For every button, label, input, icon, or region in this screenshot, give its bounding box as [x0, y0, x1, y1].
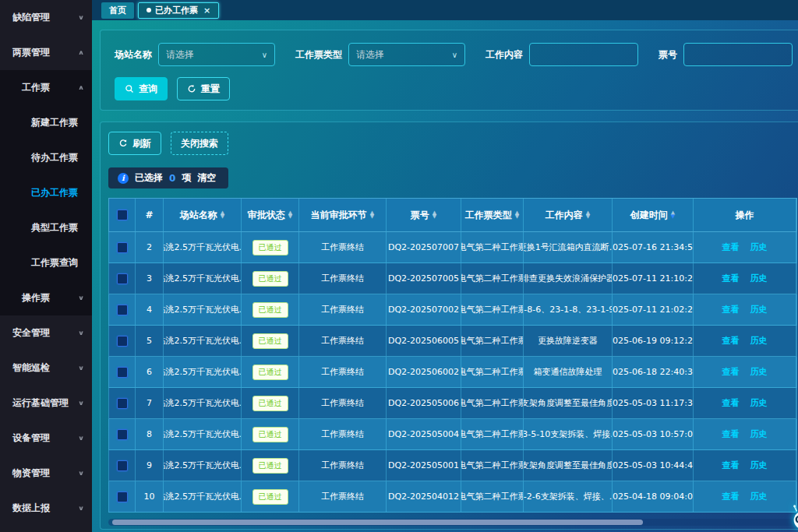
chevron-icon: ∧ — [78, 84, 84, 91]
sidebar-item-数据上报[interactable]: 数据上报 ∨ — [0, 491, 92, 526]
sort-icon[interactable]: ▲▼ — [671, 211, 675, 219]
sidebar-item-待办工作票[interactable]: 待办工作票 — [0, 140, 92, 175]
sidebar-item-设备管理[interactable]: 设备管理 ∨ — [0, 421, 92, 456]
sidebar-item-智能巡检[interactable]: 智能巡检 ∨ — [0, 351, 92, 386]
created-time-cell: 2025-06-18 22:40:36 — [613, 357, 694, 387]
assistant-robot-icon[interactable] — [789, 502, 798, 532]
view-link[interactable]: 查看 — [722, 273, 740, 284]
search-icon — [125, 84, 134, 93]
clear-selection-link[interactable]: 清空 — [197, 171, 216, 185]
sidebar-item-新建工作票[interactable]: 新建工作票 — [0, 105, 92, 140]
created-time-cell: 2025-07-11 21:10:27 — [613, 263, 694, 294]
history-link[interactable]: 历史 — [750, 491, 768, 502]
refresh-button[interactable]: 刷新 — [108, 132, 161, 155]
reset-button[interactable]: 重置 — [177, 77, 230, 100]
tab-done-work-tickets[interactable]: 已办工作票 × — [138, 2, 219, 19]
history-link[interactable]: 历史 — [750, 428, 768, 440]
view-link[interactable]: 查看 — [722, 366, 740, 378]
station-name-cell: 临洮2.5万千瓦光伏电... — [164, 326, 242, 356]
ticket-no-cell: DQ2-202505001 — [387, 450, 461, 481]
row-checkbox[interactable] — [117, 367, 128, 378]
sort-icon[interactable]: ▲▼ — [515, 211, 519, 219]
sort-icon[interactable]: ▲▼ — [586, 211, 590, 219]
sort-icon[interactable]: ▲▼ — [221, 211, 224, 219]
table-header-cell[interactable]: 操作 — [694, 199, 796, 231]
sidebar-item-运行基础管理[interactable]: 运行基础管理 ∨ — [0, 386, 92, 421]
ticket-no-cell: DQ2-202506002 — [387, 357, 461, 387]
row-checkbox[interactable] — [117, 242, 128, 253]
table-row: 3 临洮2.5万千瓦光伏电... 已通过 工作票终结 DQ2-202507005… — [108, 263, 797, 294]
station-select[interactable]: 请选择 ∨ — [158, 43, 275, 66]
table-header-cell[interactable]: 创建时间 ▲▼ — [613, 199, 694, 231]
history-link[interactable]: 历史 — [750, 241, 768, 253]
main-area: 首页 已办工作票 × 场站名称 请选择 ∨ — [92, 0, 798, 532]
search-button-label: 查询 — [139, 83, 157, 96]
ticket-type-cell: 电气第二种工作票 — [461, 388, 524, 418]
table-header-cell[interactable]: 工作票类型 ▲▼ — [461, 199, 524, 231]
approval-status-badge: 已通过 — [252, 489, 288, 505]
sidebar-item-已办工作票[interactable]: 已办工作票 — [0, 175, 92, 210]
search-panel: 场站名称 请选择 ∨ 工作票类型 请选择 ∨ 工 — [100, 30, 798, 111]
search-button[interactable]: 查询 — [115, 77, 168, 100]
table-header-cell[interactable]: 场站名称 ▲▼ — [164, 199, 242, 231]
row-checkbox[interactable] — [117, 273, 128, 284]
work-content-cell: 箱变通信故障处理 — [524, 357, 613, 387]
view-link[interactable]: 查看 — [722, 304, 740, 315]
sidebar-item-两票管理[interactable]: 两票管理 ∧ — [0, 35, 92, 70]
chevron-icon: ∨ — [78, 400, 84, 407]
ticket-no-input[interactable] — [683, 43, 793, 66]
view-link[interactable]: 查看 — [722, 460, 740, 471]
ticket-type-filter: 工作票类型 请选择 ∨ — [295, 43, 465, 66]
sidebar-item-操作票[interactable]: 操作票 ∨ — [0, 280, 92, 315]
view-link[interactable]: 查看 — [722, 335, 740, 347]
row-checkbox[interactable] — [117, 460, 128, 471]
history-link[interactable]: 历史 — [750, 460, 768, 471]
reset-button-label: 重置 — [201, 83, 220, 96]
row-checkbox[interactable] — [117, 491, 128, 502]
horizontal-scrollbar[interactable] — [108, 519, 797, 526]
view-link[interactable]: 查看 — [722, 491, 740, 502]
horizontal-scrollbar-thumb[interactable] — [112, 520, 643, 525]
row-checkbox[interactable] — [117, 305, 128, 315]
history-link[interactable]: 历史 — [750, 366, 768, 378]
tab-home[interactable]: 首页 — [101, 2, 134, 19]
approval-step-cell: 工作票终结 — [299, 294, 387, 325]
row-checkbox[interactable] — [117, 336, 128, 347]
sidebar-item-工作票[interactable]: 工作票 ∧ — [0, 70, 92, 105]
chevron-icon: ∨ — [78, 365, 84, 372]
chevron-icon: ∨ — [78, 435, 84, 442]
table-header-cell[interactable]: # — [136, 199, 164, 231]
row-checkbox[interactable] — [117, 398, 128, 409]
history-link[interactable]: 历史 — [750, 397, 768, 409]
approval-step-cell: 工作票终结 — [299, 263, 387, 294]
sidebar-item-典型工作票[interactable]: 典型工作票 — [0, 210, 92, 245]
work-content-input[interactable] — [529, 43, 638, 66]
history-link[interactable]: 历史 — [750, 273, 768, 284]
row-checkbox[interactable] — [117, 429, 128, 440]
table-header-cell[interactable]: 票号 ▲▼ — [387, 199, 461, 231]
station-name-cell: 临洮2.5万千瓦光伏电... — [164, 357, 242, 387]
view-link[interactable]: 查看 — [722, 241, 740, 253]
chevron-icon: ∨ — [78, 505, 84, 512]
sort-icon[interactable]: ▲▼ — [433, 211, 436, 219]
table-header-cell[interactable]: 当前审批环节 ▲▼ — [299, 199, 387, 231]
sort-icon[interactable]: ▲▼ — [288, 211, 292, 219]
table-header-cell[interactable]: 审批状态 ▲▼ — [242, 199, 299, 231]
sort-icon[interactable]: ▲▼ — [370, 211, 374, 219]
sidebar-item-工作票查询[interactable]: 工作票查询 — [0, 245, 92, 280]
select-all-checkbox[interactable] — [117, 210, 128, 220]
ticket-no-cell: DQ2-202507002 — [387, 294, 461, 325]
view-link[interactable]: 查看 — [722, 428, 740, 440]
view-link[interactable]: 查看 — [722, 397, 740, 409]
sidebar-item-安全管理[interactable]: 安全管理 ∨ — [0, 315, 92, 351]
close-search-button[interactable]: 关闭搜索 — [171, 132, 228, 155]
history-link[interactable]: 历史 — [750, 335, 768, 347]
history-link[interactable]: 历史 — [750, 304, 768, 315]
ticket-type-select[interactable]: 请选择 ∨ — [348, 43, 465, 66]
sidebar-item-物资管理[interactable]: 物资管理 ∨ — [0, 456, 92, 491]
sidebar-item-缺陷管理[interactable]: 缺陷管理 ∨ — [0, 0, 92, 35]
table-header-cell[interactable]: 工作内容 ▲▼ — [524, 199, 613, 231]
approval-step-cell: 工作票终结 — [299, 326, 387, 356]
tab-close-icon[interactable]: × — [203, 5, 210, 16]
ticket-no-cell: DQ2-202506005 — [387, 326, 461, 356]
